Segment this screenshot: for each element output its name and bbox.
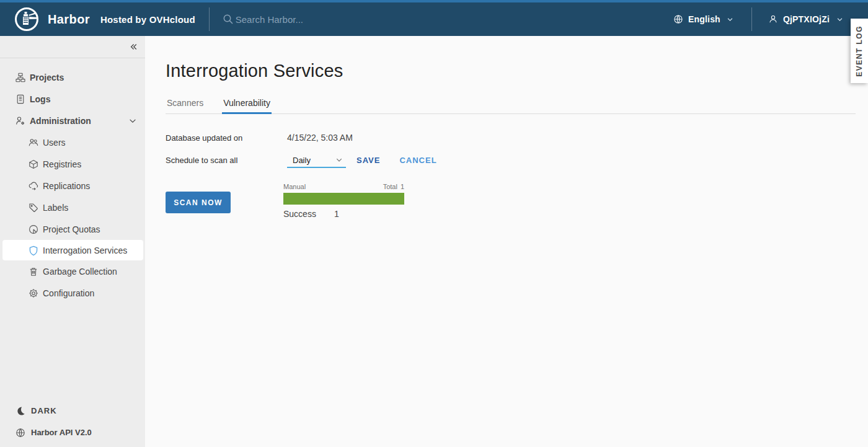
header-divider <box>209 7 210 31</box>
schedule-row: Schedule to scan all Daily SAVE CANCEL <box>166 155 868 168</box>
global-search <box>223 14 422 25</box>
schedule-select[interactable]: Daily <box>287 155 346 168</box>
tab-bar: Scanners Vulnerability <box>166 98 856 114</box>
tab-vulnerability[interactable]: Vulnerability <box>222 98 272 113</box>
sidebar-item-label: Labels <box>43 203 68 213</box>
sidebar-item-label: Users <box>43 138 66 148</box>
database-updated-value: 4/15/22, 5:03 AM <box>287 133 353 143</box>
sidebar-item-label: Garbage Collection <box>43 267 117 277</box>
harbor-app: Harbor Hosted by OVHcloud English <box>0 0 868 447</box>
language-menu[interactable]: English <box>673 14 735 24</box>
header-divider <box>751 7 752 31</box>
sidebar-item-configuration[interactable]: Configuration <box>0 282 145 304</box>
sidebar-item-administration[interactable]: Administration <box>0 110 145 131</box>
footer-item-label: Harbor API V2.0 <box>31 428 92 437</box>
search-input[interactable] <box>236 14 422 25</box>
database-updated-row: Database updated on 4/15/22, 5:03 AM <box>166 133 868 143</box>
body: Projects Logs <box>0 36 868 447</box>
schedule-select-value: Daily <box>293 156 311 165</box>
shield-icon <box>29 246 38 255</box>
scan-now-button[interactable]: SCAN NOW <box>166 192 231 213</box>
scan-row: SCAN NOW Manual Total 1 <box>166 183 868 219</box>
vulnerability-form: Database updated on 4/15/22, 5:03 AM Sch… <box>166 133 868 219</box>
replications-icon <box>29 181 38 191</box>
chevron-down-icon <box>835 14 844 24</box>
brand-title: Harbor <box>48 12 90 27</box>
hosted-by-label: Hosted by OVHcloud <box>100 14 195 25</box>
sidebar-nav: Projects Logs <box>0 58 145 304</box>
chevron-down-icon <box>725 14 735 24</box>
chart-bar-track <box>283 193 404 205</box>
pie-chart-icon <box>29 224 38 234</box>
registries-icon <box>29 159 38 169</box>
chevron-down-icon <box>128 117 137 125</box>
chart-total-label: Total <box>383 183 397 190</box>
chevron-down-icon <box>335 155 343 165</box>
user-icon <box>768 14 778 24</box>
sidebar-item-label: Project Quotas <box>43 224 100 234</box>
sidebar-item-label: Registries <box>43 159 81 169</box>
chart-legend: Success 1 <box>283 209 404 219</box>
username-label: QjPTXIOjZi <box>783 14 830 24</box>
api-globe-icon <box>16 428 25 438</box>
user-menu[interactable]: QjPTXIOjZi <box>768 14 844 24</box>
tab-scanners[interactable]: Scanners <box>166 98 205 113</box>
schedule-label: Schedule to scan all <box>166 156 287 165</box>
label-tag-icon <box>29 203 38 213</box>
harbor-logo-icon[interactable] <box>14 6 40 32</box>
dark-mode-toggle[interactable]: DARK <box>0 400 145 422</box>
sidebar-item-users[interactable]: Users <box>0 131 145 153</box>
chart-total-value: 1 <box>401 183 404 190</box>
sidebar-footer: DARK Harbor API V2.0 <box>0 400 145 447</box>
top-header: Harbor Hosted by OVHcloud English <box>0 0 868 36</box>
sidebar-item-label: Projects <box>30 73 64 82</box>
cancel-button[interactable]: CANCEL <box>399 156 436 165</box>
chart-status-label: Success <box>283 209 316 219</box>
trash-icon <box>29 267 38 277</box>
chart-header: Manual Total 1 <box>283 183 404 190</box>
double-chevron-left-icon <box>128 42 138 52</box>
language-label: English <box>688 14 720 24</box>
event-log-label: EVENT LOG <box>855 25 864 77</box>
header-right: English QjPTXIOjZi <box>673 7 844 31</box>
sidebar-item-label: Administration <box>30 116 91 126</box>
logs-icon <box>16 94 25 104</box>
administration-icon <box>16 116 25 126</box>
sidebar-item-labels[interactable]: Labels <box>0 197 145 218</box>
sidebar-item-interrogation-services[interactable]: Interrogation Services <box>2 240 143 260</box>
footer-item-label: DARK <box>31 406 57 415</box>
main-content: Interrogation Services Scanners Vulnerab… <box>145 36 868 447</box>
sidebar-item-registries[interactable]: Registries <box>0 153 145 175</box>
sidebar-item-projects[interactable]: Projects <box>0 66 145 88</box>
chart-bar <box>283 193 404 205</box>
save-button[interactable]: SAVE <box>356 156 380 165</box>
sidebar-item-label: Logs <box>30 94 50 104</box>
search-icon <box>223 14 233 24</box>
sidebar-item-garbage-collection[interactable]: Garbage Collection <box>0 260 145 282</box>
sidebar-collapse-button[interactable] <box>0 36 145 58</box>
globe-icon <box>673 14 683 24</box>
moon-icon <box>16 406 25 416</box>
chart-total: Total 1 <box>383 183 404 190</box>
sidebar: Projects Logs <box>0 36 145 447</box>
chart-category-label: Manual <box>283 183 306 190</box>
sidebar-item-logs[interactable]: Logs <box>0 88 145 110</box>
sidebar-item-replications[interactable]: Replications <box>0 175 145 197</box>
chart-status-count: 1 <box>334 209 339 219</box>
gear-icon <box>29 288 38 298</box>
sidebar-item-label: Configuration <box>43 288 94 298</box>
users-icon <box>29 138 38 148</box>
sidebar-item-label: Replications <box>43 181 90 191</box>
sidebar-item-label: Interrogation Services <box>43 246 127 255</box>
projects-icon <box>16 73 25 82</box>
harbor-api-link[interactable]: Harbor API V2.0 <box>0 422 145 443</box>
sidebar-item-project-quotas[interactable]: Project Quotas <box>0 218 145 240</box>
scan-summary-chart: Manual Total 1 Success 1 <box>283 183 404 219</box>
database-updated-label: Database updated on <box>166 133 287 143</box>
page-title: Interrogation Services <box>166 61 868 81</box>
event-log-tab[interactable]: EVENT LOG <box>851 19 868 83</box>
